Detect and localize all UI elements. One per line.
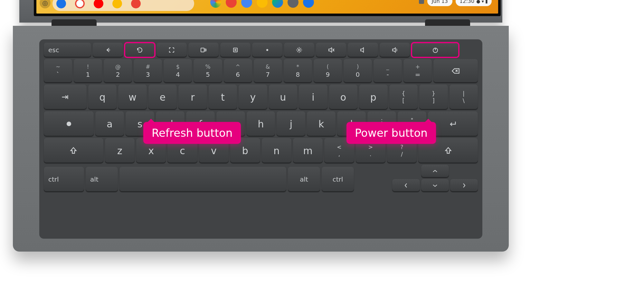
- svg-rect-1: [233, 48, 237, 52]
- h-key: h: [247, 111, 275, 136]
- tray-time: 12:30 ● ▾ ▮: [456, 0, 492, 6]
- p-key: p: [359, 85, 387, 110]
- refresh-callout: Refresh button: [143, 122, 241, 144]
- 6-key: ^6: [224, 59, 252, 83]
- desktop-wallpaper: ◎: [36, 0, 498, 14]
- overview-key: [188, 43, 219, 57]
- 4-key: $4: [164, 59, 192, 83]
- i-key: i: [299, 85, 327, 110]
- volume-up-key: [380, 43, 410, 57]
- bottom-row: ctrlaltaltctrl: [44, 165, 478, 192]
- tilde-key: ~`: [44, 59, 72, 83]
- power-callout: Power button: [346, 122, 436, 144]
- gmail-icon: [226, 0, 237, 8]
- backspace-key: [433, 59, 478, 83]
- play-icon: [272, 0, 283, 8]
- 8-key: *8: [284, 59, 312, 83]
- refresh-key: [125, 43, 155, 57]
- arrow-right-key: [450, 179, 478, 192]
- w-key: w: [118, 85, 147, 110]
- phone-icon: [56, 0, 66, 8]
- system-tray: Jun 13 12:30 ● ▾ ▮: [419, 0, 492, 6]
- j-key: j: [277, 111, 305, 136]
- back-key: [93, 43, 123, 57]
- t-key: t: [209, 85, 237, 110]
- function-row: esc: [44, 43, 478, 57]
- y-key: y: [239, 85, 267, 110]
- o-key: o: [329, 85, 357, 110]
- alt-right-key: alt: [288, 167, 320, 192]
- backslash-key: |\: [450, 85, 478, 110]
- chrome-icon: [210, 0, 221, 8]
- svg-point-3: [267, 49, 268, 51]
- tray-date: Jun 13: [427, 0, 452, 6]
- bracket-close-key: }]: [419, 85, 448, 110]
- minus-key: _-: [374, 59, 402, 83]
- launcher-button: ◎: [40, 0, 51, 8]
- bracket-open-key: {[: [389, 85, 418, 110]
- google-icon: [75, 0, 85, 8]
- pinned-apps: [210, 0, 314, 8]
- m-key: m: [293, 138, 323, 163]
- search-key: [44, 111, 94, 136]
- esc-key: esc: [44, 43, 91, 57]
- ctrl-left-key: ctrl: [44, 167, 84, 192]
- volume-down-key: [348, 43, 378, 57]
- 9-key: (9: [314, 59, 342, 83]
- svg-point-4: [298, 49, 300, 51]
- svg-rect-0: [201, 48, 204, 52]
- arrow-keys: [392, 165, 478, 192]
- shelf: [52, 0, 194, 11]
- space-key: [119, 167, 286, 192]
- brightness-down-key: [252, 43, 282, 57]
- display: ◎: [34, 0, 501, 16]
- tab-key: [44, 85, 87, 110]
- app-icon: [131, 0, 141, 8]
- equals-key: +=: [403, 59, 432, 83]
- youtube-icon: [94, 0, 103, 8]
- ctrl-right-key: ctrl: [322, 167, 354, 192]
- n-key: n: [262, 138, 291, 163]
- tray-status-icon: [419, 0, 424, 4]
- 7-key: &7: [254, 59, 282, 83]
- svg-point-6: [66, 122, 71, 126]
- 1-key: !1: [74, 59, 102, 83]
- shift-left-key: [44, 138, 103, 163]
- screenshot-key: [220, 43, 251, 57]
- arrow-up-key: [421, 165, 449, 178]
- fullscreen-key: [156, 43, 187, 57]
- k-key: k: [307, 111, 336, 136]
- mute-key: [316, 43, 346, 57]
- time-text: 12:30: [459, 0, 474, 4]
- files-icon: [303, 0, 314, 8]
- arrow-left-key: [392, 179, 420, 192]
- 5-key: %5: [194, 59, 222, 83]
- settings-icon: [288, 0, 298, 8]
- r-key: r: [178, 85, 207, 110]
- number-row: ~`!1@2#3$4%5^6&7*8(9)0_-+=: [44, 59, 478, 83]
- e-key: e: [148, 85, 177, 110]
- brightness-up-key: [284, 43, 314, 57]
- qwerty-row: qwertyuiop{[}]|\: [44, 85, 478, 110]
- keep-icon: [112, 0, 122, 8]
- q-key: q: [88, 85, 117, 110]
- docs-icon: [241, 0, 252, 8]
- 2-key: @2: [104, 59, 132, 83]
- calendar-icon: [257, 0, 268, 8]
- power-key: [412, 43, 459, 57]
- svg-point-2: [235, 49, 236, 51]
- alt-left-key: alt: [86, 167, 118, 192]
- a-key: a: [95, 111, 124, 136]
- arrow-down-key: [421, 179, 449, 192]
- u-key: u: [269, 85, 297, 110]
- 0-key: )0: [344, 59, 372, 83]
- 3-key: #3: [134, 59, 162, 83]
- z-key: z: [105, 138, 135, 163]
